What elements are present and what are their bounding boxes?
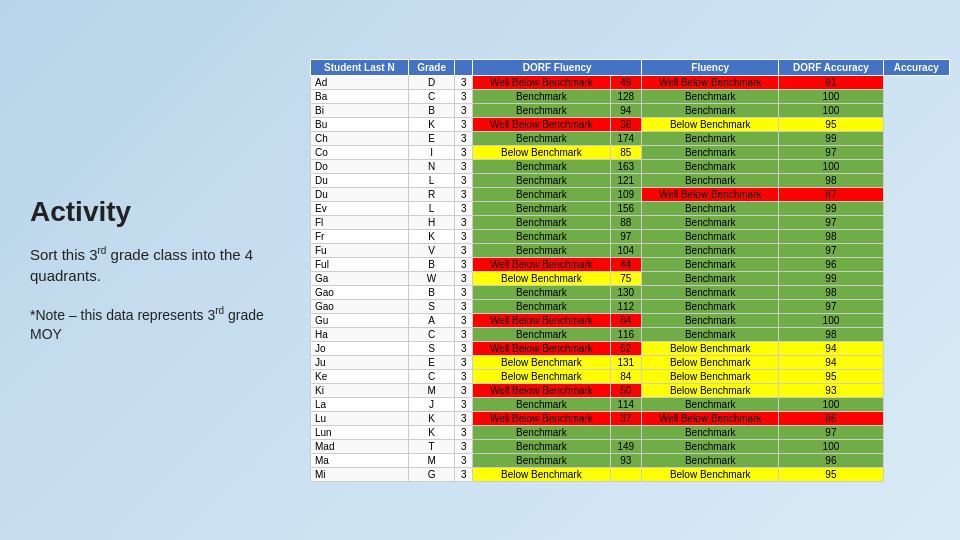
cell-fluency-label: Benchmark bbox=[473, 397, 610, 411]
cell-fluency-score: 128 bbox=[610, 89, 642, 103]
cell-accuracy-label: Benchmark bbox=[642, 425, 779, 439]
cell-accuracy-score: 97 bbox=[779, 215, 883, 229]
cell-accuracy-label: Benchmark bbox=[642, 131, 779, 145]
cell-fluency-label: Benchmark bbox=[473, 103, 610, 117]
table-row: Do N 3 Benchmark 163 Benchmark 100 bbox=[311, 159, 950, 173]
cell-fluency-score: 85 bbox=[610, 145, 642, 159]
cell-num: 3 bbox=[455, 341, 473, 355]
cell-fluency-score: 36 bbox=[610, 117, 642, 131]
cell-fluency-label: Benchmark bbox=[473, 299, 610, 313]
cell-fluency-label: Well Below Benchmark bbox=[473, 341, 610, 355]
cell-accuracy-score: 98 bbox=[779, 229, 883, 243]
cell-grade: M bbox=[408, 383, 455, 397]
cell-name: Mi bbox=[311, 467, 409, 481]
cell-fluency-label: Well Below Benchmark bbox=[473, 411, 610, 425]
cell-grade: B bbox=[408, 103, 455, 117]
cell-grade: H bbox=[408, 215, 455, 229]
cell-fluency-score: 174 bbox=[610, 131, 642, 145]
table-row: Fu V 3 Benchmark 104 Benchmark 97 bbox=[311, 243, 950, 257]
cell-name: Co bbox=[311, 145, 409, 159]
cell-name: Ki bbox=[311, 383, 409, 397]
cell-accuracy-label: Benchmark bbox=[642, 285, 779, 299]
cell-num: 3 bbox=[455, 425, 473, 439]
cell-num: 3 bbox=[455, 383, 473, 397]
cell-name: Jo bbox=[311, 341, 409, 355]
cell-accuracy-label: Benchmark bbox=[642, 89, 779, 103]
cell-fluency-score bbox=[610, 467, 642, 481]
cell-accuracy-label: Benchmark bbox=[642, 201, 779, 215]
cell-num: 3 bbox=[455, 131, 473, 145]
cell-fluency-score: 163 bbox=[610, 159, 642, 173]
cell-accuracy-label: Below Benchmark bbox=[642, 355, 779, 369]
table-row: Ga W 3 Below Benchmark 75 Benchmark 99 bbox=[311, 271, 950, 285]
cell-num: 3 bbox=[455, 453, 473, 467]
cell-grade: L bbox=[408, 201, 455, 215]
cell-fluency-score: 94 bbox=[610, 103, 642, 117]
cell-fluency-label: Below Benchmark bbox=[473, 355, 610, 369]
cell-grade: A bbox=[408, 313, 455, 327]
cell-grade: K bbox=[408, 229, 455, 243]
cell-grade: V bbox=[408, 243, 455, 257]
cell-name: Do bbox=[311, 159, 409, 173]
col-header-name: Student Last N bbox=[311, 59, 409, 75]
cell-accuracy-label: Benchmark bbox=[642, 145, 779, 159]
cell-fluency-label: Well Below Benchmark bbox=[473, 75, 610, 89]
sort-text: Sort this 3rd grade class into the 4 qua… bbox=[30, 244, 280, 286]
cell-accuracy-score: 99 bbox=[779, 201, 883, 215]
cell-accuracy-score: 96 bbox=[779, 453, 883, 467]
cell-name: Ha bbox=[311, 327, 409, 341]
cell-fluency-label: Benchmark bbox=[473, 89, 610, 103]
cell-fluency-score: 131 bbox=[610, 355, 642, 369]
cell-num: 3 bbox=[455, 355, 473, 369]
table-row: Ju E 3 Below Benchmark 131 Below Benchma… bbox=[311, 355, 950, 369]
cell-fluency-label: Benchmark bbox=[473, 215, 610, 229]
cell-grade: B bbox=[408, 257, 455, 271]
cell-num: 3 bbox=[455, 327, 473, 341]
cell-grade: S bbox=[408, 341, 455, 355]
table-row: Jo S 3 Well Below Benchmark 52 Below Ben… bbox=[311, 341, 950, 355]
cell-accuracy-score: 87 bbox=[779, 187, 883, 201]
cell-accuracy-label: Benchmark bbox=[642, 327, 779, 341]
cell-accuracy-label: Benchmark bbox=[642, 159, 779, 173]
cell-accuracy-score: 100 bbox=[779, 159, 883, 173]
table-row: Bi B 3 Benchmark 94 Benchmark 100 bbox=[311, 103, 950, 117]
col-header-grade: Grade bbox=[408, 59, 455, 75]
cell-num: 3 bbox=[455, 89, 473, 103]
cell-grade: C bbox=[408, 327, 455, 341]
cell-fluency-score: 49 bbox=[610, 75, 642, 89]
cell-name: Fr bbox=[311, 229, 409, 243]
cell-accuracy-score: 94 bbox=[779, 355, 883, 369]
cell-fluency-score: 52 bbox=[610, 341, 642, 355]
cell-grade: J bbox=[408, 397, 455, 411]
cell-name: Ke bbox=[311, 369, 409, 383]
cell-grade: S bbox=[408, 299, 455, 313]
cell-accuracy-score: 99 bbox=[779, 131, 883, 145]
cell-fluency-score: 37 bbox=[610, 411, 642, 425]
table-row: Lun K 3 Benchmark Benchmark 97 bbox=[311, 425, 950, 439]
cell-accuracy-label: Below Benchmark bbox=[642, 467, 779, 481]
cell-num: 3 bbox=[455, 397, 473, 411]
cell-fluency-label: Below Benchmark bbox=[473, 145, 610, 159]
cell-fluency-score: 88 bbox=[610, 215, 642, 229]
cell-grade: C bbox=[408, 89, 455, 103]
table-row: Ke C 3 Below Benchmark 84 Below Benchmar… bbox=[311, 369, 950, 383]
table-row: Ful B 3 Well Below Benchmark 44 Benchmar… bbox=[311, 257, 950, 271]
cell-accuracy-score: 96 bbox=[779, 257, 883, 271]
table-row: Mad T 3 Benchmark 149 Benchmark 100 bbox=[311, 439, 950, 453]
cell-accuracy-score: 93 bbox=[779, 383, 883, 397]
cell-accuracy-score: 100 bbox=[779, 313, 883, 327]
cell-name: Mad bbox=[311, 439, 409, 453]
cell-fluency-label: Benchmark bbox=[473, 201, 610, 215]
cell-accuracy-score: 98 bbox=[779, 327, 883, 341]
cell-accuracy-label: Benchmark bbox=[642, 103, 779, 117]
cell-name: Du bbox=[311, 173, 409, 187]
cell-accuracy-label: Benchmark bbox=[642, 243, 779, 257]
cell-grade: E bbox=[408, 355, 455, 369]
table-row: Du R 3 Benchmark 109 Well Below Benchmar… bbox=[311, 187, 950, 201]
cell-fluency-score: 121 bbox=[610, 173, 642, 187]
cell-grade: D bbox=[408, 75, 455, 89]
cell-num: 3 bbox=[455, 215, 473, 229]
cell-num: 3 bbox=[455, 271, 473, 285]
cell-fluency-label: Well Below Benchmark bbox=[473, 257, 610, 271]
table-row: Fr K 3 Benchmark 97 Benchmark 98 bbox=[311, 229, 950, 243]
